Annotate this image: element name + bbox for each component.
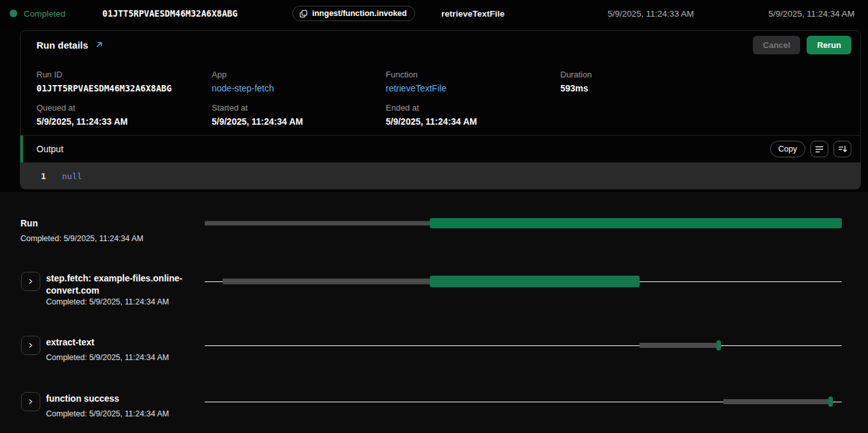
code-null-value: null [62, 171, 82, 181]
field-duration-value: 593ms [560, 83, 592, 93]
panel-title-text: Run details [36, 40, 88, 51]
timeline-segment-active [430, 276, 640, 287]
panel-header: Run details Cancel Rerun [20, 31, 860, 59]
topbar-run-id: 01JTT5RPVAESDM46M32A6X8ABG [102, 0, 237, 27]
trace-function-success-meta: function success Completed: 5/9/2025, 11… [46, 393, 203, 418]
expand-function-success-button[interactable] [21, 392, 40, 411]
expand-extract-text-button[interactable] [21, 336, 40, 355]
output-actions: Copy [770, 141, 851, 157]
field-duration: Duration 593ms [560, 70, 592, 93]
field-run-id-value: 01JTT5RPVAESDM46M32A6X8ABG [36, 83, 171, 93]
field-app: App node-step-fetch [212, 70, 274, 93]
rerun-button[interactable]: Rerun [807, 36, 851, 54]
run-summary-bar: Completed 01JTT5RPVAESDM46M32A6X8ABG inn… [0, 0, 868, 27]
output-code-block[interactable]: 1 null [20, 162, 860, 189]
trace-run-name: Run [20, 217, 177, 230]
field-function-link[interactable]: retrieveTextFile [386, 83, 446, 93]
trace-section: Run Completed: 5/9/2025, 11:24:34 AM ste… [0, 192, 868, 433]
trace-function-success-timeline [205, 395, 842, 408]
event-badge-label: inngest/function.invoked [312, 9, 407, 18]
field-ended-at-value: 5/9/2025, 11:24:34 AM [386, 116, 477, 127]
trace-step-fetch-meta: step.fetch: example-files.online-convert… [46, 272, 203, 306]
trace-step-fetch-completed: Completed: 5/9/2025, 11:24:34 AM [46, 297, 203, 306]
trace-row-step-fetch: step.fetch: example-files.online-convert… [0, 271, 868, 316]
field-run-id-label: Run ID [36, 70, 171, 79]
trace-function-success-name: function success [46, 393, 203, 405]
topbar-started-time: 5/9/2025, 11:24:34 AM [768, 0, 855, 27]
run-status: Completed [10, 0, 65, 27]
output-section-header: Output Copy [20, 135, 860, 162]
timeline-segment-queued [723, 399, 828, 404]
field-app-label: App [212, 70, 274, 79]
copy-button[interactable]: Copy [770, 141, 805, 157]
field-started-at-value: 5/9/2025, 11:24:34 AM [212, 116, 303, 127]
trace-extract-text-name: extract-text [46, 336, 203, 349]
timeline-segment-active [430, 218, 842, 228]
trace-row-run: Run Completed: 5/9/2025, 11:24:34 AM [0, 216, 868, 255]
field-started-at-label: Started at [212, 103, 303, 113]
output-accent-bar [20, 136, 23, 163]
field-function: Function retrieveTextFile [386, 70, 446, 93]
status-dot-icon [10, 10, 17, 17]
field-app-link[interactable]: node-step-fetch [212, 83, 274, 93]
field-queued-at-label: Queued at [36, 103, 128, 113]
timeline-segment-queued [205, 221, 430, 226]
copy-stack-icon [299, 9, 308, 19]
trace-run-timeline [205, 217, 842, 230]
timeline-segment-queued [223, 279, 430, 285]
output-title: Output [36, 144, 63, 154]
run-details-panel: Run details Cancel Rerun Run ID 01JTT5RP… [20, 30, 861, 189]
code-line-number: 1 [41, 171, 55, 181]
trace-run-completed: Completed: 5/9/2025, 11:24:34 AM [20, 234, 177, 243]
cancel-button[interactable]: Cancel [753, 36, 801, 54]
trace-run-meta: Run Completed: 5/9/2025, 11:24:34 AM [20, 217, 177, 243]
chevron-right-icon [27, 398, 35, 405]
timeline-segment-marker [828, 397, 833, 407]
field-queued-at: Queued at 5/9/2025, 11:24:33 AM [36, 103, 128, 127]
wrap-text-icon-button[interactable] [810, 141, 828, 157]
run-details-page: Completed 01JTT5RPVAESDM46M32A6X8ABG inn… [0, 0, 868, 433]
field-queued-at-value: 5/9/2025, 11:24:33 AM [36, 116, 128, 127]
panel-title: Run details [36, 40, 104, 51]
chevron-right-icon [27, 342, 35, 349]
expand-step-fetch-button[interactable] [21, 272, 40, 291]
sort-expand-icon-button[interactable] [833, 141, 851, 157]
field-ended-at: Ended at 5/9/2025, 11:24:34 AM [386, 103, 477, 127]
panel-actions: Cancel Rerun [753, 36, 851, 54]
trace-step-fetch-name: step.fetch: example-files.online-convert… [46, 272, 203, 297]
timeline-segment-marker [716, 340, 721, 350]
trace-function-success-completed: Completed: 5/9/2025, 11:24:34 AM [46, 409, 203, 418]
field-duration-label: Duration [560, 70, 592, 79]
event-badge[interactable]: inngest/function.invoked [292, 6, 415, 21]
field-function-label: Function [386, 70, 446, 79]
timeline-segment-queued [640, 343, 716, 348]
topbar-queued-time: 5/9/2025, 11:24:33 AM [608, 0, 694, 27]
topbar-function-name: retrieveTextFile [441, 0, 505, 27]
trace-step-fetch-timeline [205, 275, 842, 288]
trace-row-extract-text: extract-text Completed: 5/9/2025, 11:24:… [0, 335, 868, 374]
chevron-right-icon [27, 278, 35, 285]
trace-extract-text-timeline [205, 339, 842, 352]
trace-row-function-success: function success Completed: 5/9/2025, 11… [0, 391, 868, 430]
external-link-icon[interactable] [95, 40, 104, 49]
field-started-at: Started at 5/9/2025, 11:24:34 AM [212, 103, 303, 127]
status-label: Completed [24, 9, 65, 19]
timeline-baseline [205, 345, 842, 346]
trace-extract-text-completed: Completed: 5/9/2025, 11:24:34 AM [46, 353, 203, 362]
trace-extract-text-meta: extract-text Completed: 5/9/2025, 11:24:… [46, 336, 203, 362]
field-run-id: Run ID 01JTT5RPVAESDM46M32A6X8ABG [36, 70, 171, 93]
field-ended-at-label: Ended at [386, 103, 477, 113]
